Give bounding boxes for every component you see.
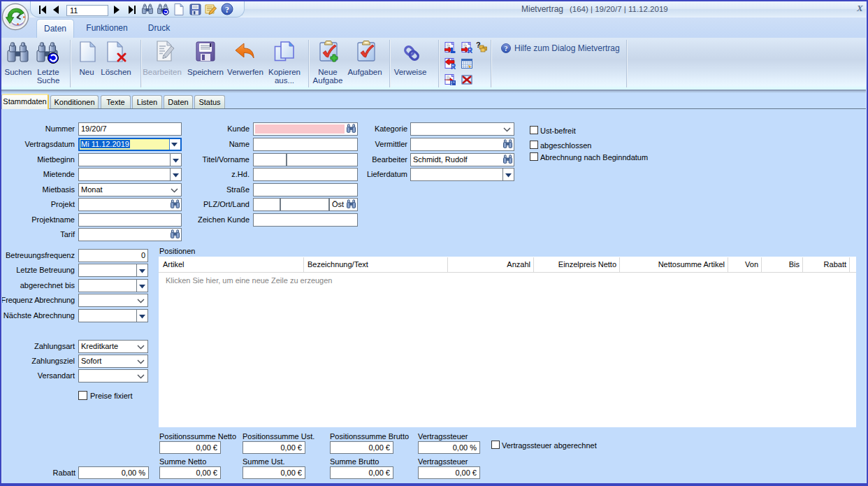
- svg-text:R: R: [451, 63, 456, 70]
- svg-text:?: ?: [505, 45, 508, 52]
- svg-text:R: R: [468, 47, 472, 54]
- svg-text:?: ?: [225, 5, 229, 15]
